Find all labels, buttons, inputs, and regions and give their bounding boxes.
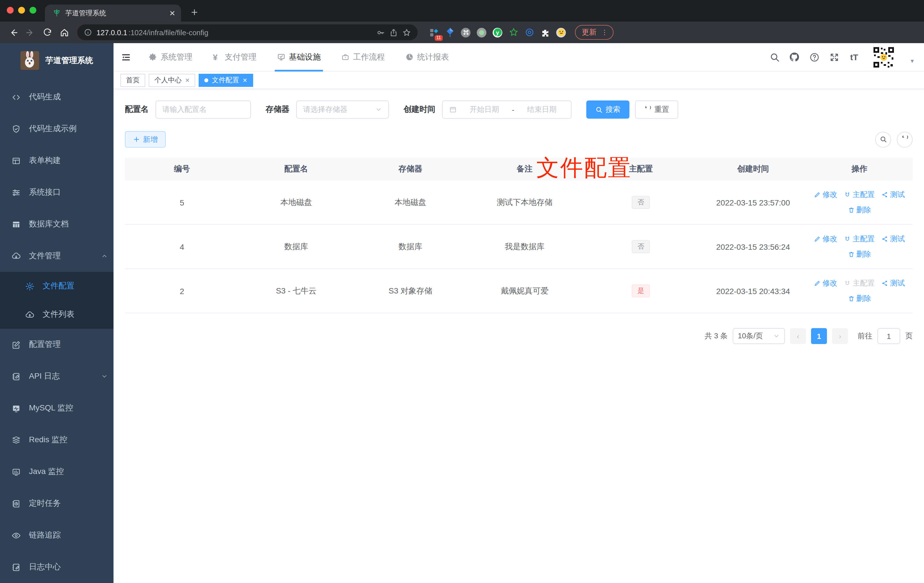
sidebar-fold-icon[interactable]	[114, 43, 139, 71]
sidebar-item-form-builder[interactable]: 表单构建	[0, 145, 114, 177]
sidebar-item-code-generation[interactable]: 代码生成	[0, 81, 114, 113]
tab-close-icon[interactable]: ✕	[169, 9, 175, 17]
extension-kite-icon[interactable]	[445, 28, 455, 37]
nav-reports[interactable]: 统计报表	[395, 43, 459, 71]
tag-close-icon[interactable]: ✕	[243, 77, 248, 83]
extension-puzzle-icon[interactable]	[540, 28, 550, 37]
nav-workflow[interactable]: 工作流程	[331, 43, 395, 71]
edit-button[interactable]: 修改	[814, 190, 837, 200]
forward-icon[interactable]	[23, 25, 38, 40]
nav-infrastructure[interactable]: 基础设施	[267, 43, 331, 71]
extension-eye-icon[interactable]	[525, 28, 534, 37]
code-icon	[12, 92, 21, 102]
date-range-picker[interactable]: 开始日期 - 结束日期	[442, 101, 571, 119]
address-bar[interactable]: 127.0.0.1:1024/infra/file/file-config	[77, 25, 418, 40]
page-number-button[interactable]: 1	[811, 328, 827, 344]
sidebar-item-file-list[interactable]: 文件列表	[0, 300, 114, 329]
app-header: 系统管理 ¥ 支付管理 基础设施 工作流程	[114, 43, 924, 71]
font-size-icon[interactable]: tT	[849, 52, 860, 63]
master-config-button[interactable]: 主配置	[844, 234, 875, 244]
select-caret-icon	[375, 106, 382, 113]
new-tab-button[interactable]: ＋	[189, 5, 200, 21]
delete-button[interactable]: 删除	[848, 205, 871, 215]
tag-profile[interactable]: 个人中心 ✕	[149, 74, 196, 87]
search-button[interactable]: 搜索	[586, 101, 629, 119]
sidebar-logo[interactable]: 芋道管理系统	[0, 43, 114, 73]
back-icon[interactable]	[6, 25, 20, 40]
test-button[interactable]: 测试	[882, 278, 905, 288]
sidebar-item-mysql-monitor[interactable]: MySQL 监控	[0, 392, 114, 424]
github-icon[interactable]	[789, 52, 800, 63]
reload-icon[interactable]	[40, 25, 54, 40]
zoom-window-button[interactable]	[30, 7, 36, 13]
goto-page-input[interactable]	[878, 328, 900, 344]
edit-button[interactable]: 修改	[814, 234, 837, 244]
share-icon[interactable]	[389, 28, 398, 36]
extension-y-icon[interactable]: y	[493, 28, 502, 37]
tag-home[interactable]: 首页	[120, 74, 145, 87]
avatar[interactable]	[872, 45, 896, 69]
next-page-button[interactable]: ›	[832, 328, 848, 344]
nav-payment-management[interactable]: ¥ 支付管理	[203, 43, 267, 71]
tag-file-config[interactable]: 文件配置 ✕	[199, 74, 253, 87]
test-button[interactable]: 测试	[882, 190, 905, 200]
sidebar-item-system-api[interactable]: 系统接口	[0, 177, 114, 208]
sidebar-item-api-log[interactable]: API 日志	[0, 360, 114, 392]
prev-page-button[interactable]: ‹	[790, 328, 806, 344]
extension-command-icon[interactable]	[461, 28, 470, 37]
browser-update-button[interactable]: 更新 ⋮	[575, 25, 614, 40]
extension-record-icon[interactable]	[477, 28, 487, 37]
trash-icon	[848, 251, 855, 258]
chevron-up-icon	[101, 253, 108, 259]
home-icon[interactable]	[57, 25, 71, 40]
sidebar-item-file-management[interactable]: 文件管理	[0, 240, 114, 272]
bookmark-star-icon[interactable]	[403, 28, 411, 36]
storage-select[interactable]: 请选择存储器	[296, 101, 389, 119]
password-key-icon[interactable]	[376, 28, 385, 36]
sidebar-item-db-doc[interactable]: 数据库文档	[0, 208, 114, 240]
config-name-input[interactable]: 请输入配置名	[155, 101, 251, 119]
extension-star-icon[interactable]	[508, 28, 518, 37]
delete-button[interactable]: 删除	[848, 294, 871, 304]
table-icon	[12, 220, 21, 229]
sidebar-item-scheduled-tasks[interactable]: 定时任务	[0, 488, 114, 519]
site-info-icon[interactable]	[84, 28, 92, 36]
fullscreen-icon[interactable]	[829, 52, 840, 63]
refresh-table-button[interactable]	[897, 131, 912, 147]
sidebar-item-code-example[interactable]: 代码生成示例	[0, 113, 114, 145]
edit-button[interactable]: 修改	[814, 278, 837, 288]
close-window-button[interactable]	[7, 7, 13, 13]
browser-tab[interactable]: 芋道管理系统 ✕	[45, 5, 181, 21]
sidebar-item-redis-monitor[interactable]: Redis 监控	[0, 424, 114, 456]
tag-close-icon[interactable]: ✕	[185, 77, 190, 83]
config-name-label: 配置名	[125, 104, 149, 115]
test-button[interactable]: 测试	[882, 234, 905, 244]
sidebar-item-file-config[interactable]: 文件配置	[0, 272, 114, 300]
plus-icon	[133, 135, 140, 143]
shield-check-icon	[12, 124, 21, 134]
master-tag: 否	[632, 196, 650, 209]
extension-grid-icon[interactable]: 11	[429, 28, 439, 37]
sidebar-item-config-management[interactable]: 配置管理	[0, 329, 114, 360]
search-icon	[596, 106, 603, 113]
browser-menu-icon[interactable]: ⋮	[601, 28, 608, 36]
show-search-button[interactable]	[875, 131, 891, 147]
chevron-down-icon	[101, 373, 108, 380]
search-icon[interactable]	[769, 52, 780, 63]
help-icon[interactable]	[809, 52, 820, 63]
file-management-submenu: 文件配置 文件列表	[0, 272, 114, 329]
add-button[interactable]: 新增	[125, 131, 166, 148]
nav-system-management[interactable]: 系统管理	[139, 43, 203, 71]
sidebar-item-tracing[interactable]: 链路追踪	[0, 519, 114, 551]
extension-emoji-icon[interactable]	[556, 28, 566, 37]
sidebar-item-log-center[interactable]: 日志中心	[0, 551, 114, 583]
delete-button[interactable]: 删除	[848, 249, 871, 259]
avatar-caret-icon[interactable]: ▾	[911, 57, 914, 65]
reset-button[interactable]: 重置	[635, 101, 678, 119]
minimize-window-button[interactable]	[18, 7, 25, 13]
master-config-button[interactable]: 主配置	[844, 190, 875, 200]
logo-avatar	[20, 51, 39, 70]
page-size-select[interactable]: 10条/页	[733, 328, 785, 344]
form-icon	[12, 156, 21, 165]
sidebar-item-java-monitor[interactable]: Java 监控	[0, 456, 114, 488]
